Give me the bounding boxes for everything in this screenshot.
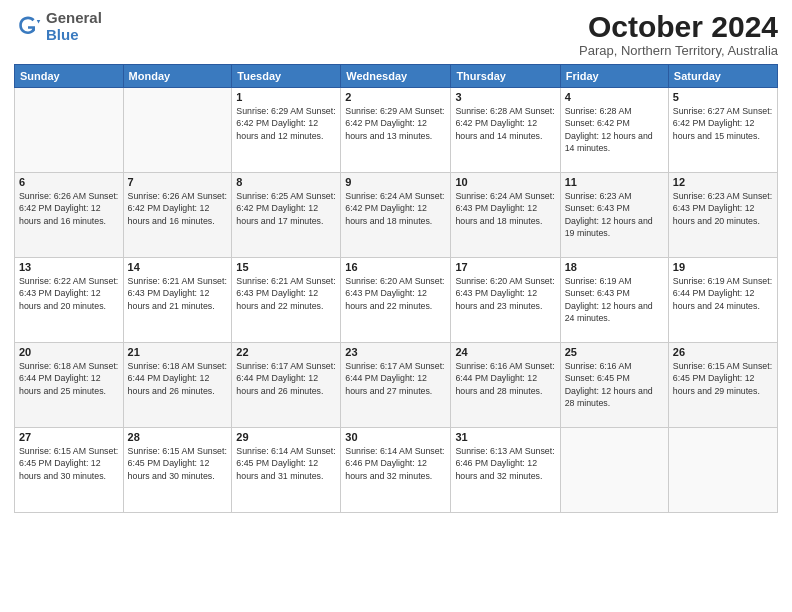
logo-general-text: General (46, 10, 102, 27)
day-info: Sunrise: 6:15 AM Sunset: 6:45 PM Dayligh… (19, 445, 119, 482)
calendar-cell: 21Sunrise: 6:18 AM Sunset: 6:44 PM Dayli… (123, 343, 232, 428)
day-info: Sunrise: 6:16 AM Sunset: 6:45 PM Dayligh… (565, 360, 664, 409)
calendar-header-sunday: Sunday (15, 65, 124, 88)
day-number: 5 (673, 91, 773, 103)
calendar-table: SundayMondayTuesdayWednesdayThursdayFrid… (14, 64, 778, 513)
calendar-week-row: 1Sunrise: 6:29 AM Sunset: 6:42 PM Daylig… (15, 88, 778, 173)
calendar-cell: 13Sunrise: 6:22 AM Sunset: 6:43 PM Dayli… (15, 258, 124, 343)
calendar-cell: 28Sunrise: 6:15 AM Sunset: 6:45 PM Dayli… (123, 428, 232, 513)
logo: General Blue (14, 10, 102, 43)
day-info: Sunrise: 6:16 AM Sunset: 6:44 PM Dayligh… (455, 360, 555, 397)
calendar-cell: 19Sunrise: 6:19 AM Sunset: 6:44 PM Dayli… (668, 258, 777, 343)
calendar-cell: 6Sunrise: 6:26 AM Sunset: 6:42 PM Daylig… (15, 173, 124, 258)
day-number: 4 (565, 91, 664, 103)
day-number: 11 (565, 176, 664, 188)
day-number: 20 (19, 346, 119, 358)
calendar-cell: 5Sunrise: 6:27 AM Sunset: 6:42 PM Daylig… (668, 88, 777, 173)
day-number: 24 (455, 346, 555, 358)
calendar-week-row: 13Sunrise: 6:22 AM Sunset: 6:43 PM Dayli… (15, 258, 778, 343)
day-number: 30 (345, 431, 446, 443)
day-number: 15 (236, 261, 336, 273)
calendar-week-row: 6Sunrise: 6:26 AM Sunset: 6:42 PM Daylig… (15, 173, 778, 258)
day-info: Sunrise: 6:19 AM Sunset: 6:43 PM Dayligh… (565, 275, 664, 324)
day-number: 12 (673, 176, 773, 188)
day-info: Sunrise: 6:28 AM Sunset: 6:42 PM Dayligh… (455, 105, 555, 142)
day-info: Sunrise: 6:24 AM Sunset: 6:43 PM Dayligh… (455, 190, 555, 227)
calendar-cell (123, 88, 232, 173)
calendar-cell (668, 428, 777, 513)
day-number: 21 (128, 346, 228, 358)
day-number: 14 (128, 261, 228, 273)
calendar-week-row: 20Sunrise: 6:18 AM Sunset: 6:44 PM Dayli… (15, 343, 778, 428)
day-number: 28 (128, 431, 228, 443)
day-number: 22 (236, 346, 336, 358)
calendar-cell: 27Sunrise: 6:15 AM Sunset: 6:45 PM Dayli… (15, 428, 124, 513)
calendar-cell: 22Sunrise: 6:17 AM Sunset: 6:44 PM Dayli… (232, 343, 341, 428)
location-subtitle: Parap, Northern Territory, Australia (579, 43, 778, 58)
svg-marker-0 (37, 20, 41, 24)
day-number: 3 (455, 91, 555, 103)
calendar-cell: 18Sunrise: 6:19 AM Sunset: 6:43 PM Dayli… (560, 258, 668, 343)
calendar-cell: 11Sunrise: 6:23 AM Sunset: 6:43 PM Dayli… (560, 173, 668, 258)
day-number: 27 (19, 431, 119, 443)
calendar-cell (560, 428, 668, 513)
calendar-cell: 1Sunrise: 6:29 AM Sunset: 6:42 PM Daylig… (232, 88, 341, 173)
day-info: Sunrise: 6:21 AM Sunset: 6:43 PM Dayligh… (128, 275, 228, 312)
day-info: Sunrise: 6:18 AM Sunset: 6:44 PM Dayligh… (19, 360, 119, 397)
day-info: Sunrise: 6:22 AM Sunset: 6:43 PM Dayligh… (19, 275, 119, 312)
day-info: Sunrise: 6:24 AM Sunset: 6:42 PM Dayligh… (345, 190, 446, 227)
day-info: Sunrise: 6:23 AM Sunset: 6:43 PM Dayligh… (673, 190, 773, 227)
day-info: Sunrise: 6:29 AM Sunset: 6:42 PM Dayligh… (345, 105, 446, 142)
calendar-cell: 31Sunrise: 6:13 AM Sunset: 6:46 PM Dayli… (451, 428, 560, 513)
day-number: 1 (236, 91, 336, 103)
calendar-cell: 23Sunrise: 6:17 AM Sunset: 6:44 PM Dayli… (341, 343, 451, 428)
page: General Blue October 2024 Parap, Norther… (0, 0, 792, 612)
calendar-header-row: SundayMondayTuesdayWednesdayThursdayFrid… (15, 65, 778, 88)
calendar-cell: 2Sunrise: 6:29 AM Sunset: 6:42 PM Daylig… (341, 88, 451, 173)
calendar-cell: 26Sunrise: 6:15 AM Sunset: 6:45 PM Dayli… (668, 343, 777, 428)
calendar-header-tuesday: Tuesday (232, 65, 341, 88)
calendar-cell: 30Sunrise: 6:14 AM Sunset: 6:46 PM Dayli… (341, 428, 451, 513)
day-number: 23 (345, 346, 446, 358)
day-info: Sunrise: 6:26 AM Sunset: 6:42 PM Dayligh… (19, 190, 119, 227)
calendar-cell: 17Sunrise: 6:20 AM Sunset: 6:43 PM Dayli… (451, 258, 560, 343)
calendar-week-row: 27Sunrise: 6:15 AM Sunset: 6:45 PM Dayli… (15, 428, 778, 513)
day-number: 9 (345, 176, 446, 188)
day-number: 18 (565, 261, 664, 273)
day-info: Sunrise: 6:17 AM Sunset: 6:44 PM Dayligh… (345, 360, 446, 397)
calendar-cell: 12Sunrise: 6:23 AM Sunset: 6:43 PM Dayli… (668, 173, 777, 258)
calendar-cell: 4Sunrise: 6:28 AM Sunset: 6:42 PM Daylig… (560, 88, 668, 173)
logo-icon (14, 13, 42, 41)
calendar-cell: 20Sunrise: 6:18 AM Sunset: 6:44 PM Dayli… (15, 343, 124, 428)
day-number: 2 (345, 91, 446, 103)
calendar-cell: 24Sunrise: 6:16 AM Sunset: 6:44 PM Dayli… (451, 343, 560, 428)
day-info: Sunrise: 6:28 AM Sunset: 6:42 PM Dayligh… (565, 105, 664, 154)
day-number: 31 (455, 431, 555, 443)
calendar-cell: 9Sunrise: 6:24 AM Sunset: 6:42 PM Daylig… (341, 173, 451, 258)
calendar-header-saturday: Saturday (668, 65, 777, 88)
day-info: Sunrise: 6:15 AM Sunset: 6:45 PM Dayligh… (673, 360, 773, 397)
calendar-header-thursday: Thursday (451, 65, 560, 88)
calendar-cell: 29Sunrise: 6:14 AM Sunset: 6:45 PM Dayli… (232, 428, 341, 513)
calendar-cell (15, 88, 124, 173)
day-info: Sunrise: 6:23 AM Sunset: 6:43 PM Dayligh… (565, 190, 664, 239)
month-title: October 2024 (579, 10, 778, 43)
calendar-cell: 25Sunrise: 6:16 AM Sunset: 6:45 PM Dayli… (560, 343, 668, 428)
day-number: 29 (236, 431, 336, 443)
day-info: Sunrise: 6:26 AM Sunset: 6:42 PM Dayligh… (128, 190, 228, 227)
day-number: 19 (673, 261, 773, 273)
day-info: Sunrise: 6:25 AM Sunset: 6:42 PM Dayligh… (236, 190, 336, 227)
calendar-header-monday: Monday (123, 65, 232, 88)
calendar-cell: 15Sunrise: 6:21 AM Sunset: 6:43 PM Dayli… (232, 258, 341, 343)
calendar-cell: 3Sunrise: 6:28 AM Sunset: 6:42 PM Daylig… (451, 88, 560, 173)
day-number: 10 (455, 176, 555, 188)
day-number: 25 (565, 346, 664, 358)
day-info: Sunrise: 6:20 AM Sunset: 6:43 PM Dayligh… (455, 275, 555, 312)
calendar-header-wednesday: Wednesday (341, 65, 451, 88)
day-number: 7 (128, 176, 228, 188)
calendar-header-friday: Friday (560, 65, 668, 88)
day-info: Sunrise: 6:13 AM Sunset: 6:46 PM Dayligh… (455, 445, 555, 482)
calendar-cell: 14Sunrise: 6:21 AM Sunset: 6:43 PM Dayli… (123, 258, 232, 343)
day-info: Sunrise: 6:18 AM Sunset: 6:44 PM Dayligh… (128, 360, 228, 397)
day-info: Sunrise: 6:17 AM Sunset: 6:44 PM Dayligh… (236, 360, 336, 397)
